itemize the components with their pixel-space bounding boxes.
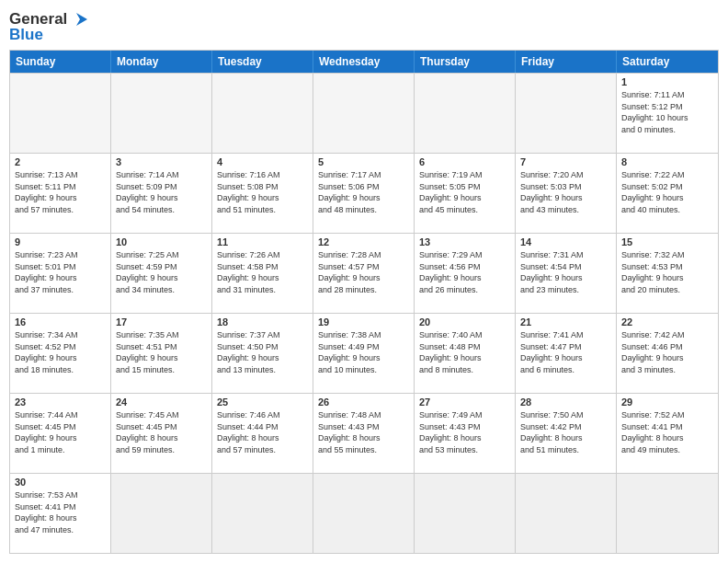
day-number: 25 (217, 396, 308, 408)
calendar-cell (313, 474, 415, 553)
calendar-cell (516, 474, 617, 553)
cell-info: Sunrise: 7:38 AM Sunset: 4:49 PM Dayligh… (318, 329, 409, 375)
calendar-cell: 7Sunrise: 7:20 AM Sunset: 5:03 PM Daylig… (516, 154, 617, 233)
calendar-cell: 19Sunrise: 7:38 AM Sunset: 4:49 PM Dayli… (313, 314, 415, 393)
calendar-cell: 28Sunrise: 7:50 AM Sunset: 4:42 PM Dayli… (516, 394, 617, 473)
calendar-row: 1Sunrise: 7:11 AM Sunset: 5:12 PM Daylig… (10, 73, 718, 153)
day-number: 13 (419, 236, 510, 247)
cell-info: Sunrise: 7:32 AM Sunset: 4:53 PM Dayligh… (621, 249, 713, 295)
day-number: 30 (15, 477, 106, 488)
cell-info: Sunrise: 7:46 AM Sunset: 4:44 PM Dayligh… (217, 409, 308, 455)
calendar-cell: 27Sunrise: 7:49 AM Sunset: 4:43 PM Dayli… (415, 394, 516, 473)
cell-info: Sunrise: 7:22 AM Sunset: 5:02 PM Dayligh… (621, 169, 713, 215)
calendar-cell (212, 74, 313, 153)
calendar-cell (313, 74, 415, 153)
weekday-header: Friday (516, 51, 617, 73)
calendar-cell: 1Sunrise: 7:11 AM Sunset: 5:12 PM Daylig… (617, 74, 718, 153)
day-number: 18 (217, 316, 308, 327)
cell-info: Sunrise: 7:17 AM Sunset: 5:06 PM Dayligh… (318, 169, 409, 215)
day-number: 20 (419, 316, 510, 327)
calendar-body: 1Sunrise: 7:11 AM Sunset: 5:12 PM Daylig… (10, 73, 718, 553)
calendar-cell (617, 474, 718, 553)
calendar-cell: 4Sunrise: 7:16 AM Sunset: 5:08 PM Daylig… (212, 154, 313, 233)
cell-info: Sunrise: 7:34 AM Sunset: 4:52 PM Dayligh… (15, 329, 106, 375)
calendar-cell: 2Sunrise: 7:13 AM Sunset: 5:11 PM Daylig… (10, 154, 111, 233)
day-number: 17 (116, 316, 207, 327)
calendar-cell: 6Sunrise: 7:19 AM Sunset: 5:05 PM Daylig… (415, 154, 516, 233)
logo: General Blue (9, 9, 89, 44)
calendar-row: 30Sunrise: 7:53 AM Sunset: 4:41 PM Dayli… (10, 473, 718, 553)
day-number: 10 (116, 236, 207, 247)
cell-info: Sunrise: 7:29 AM Sunset: 4:56 PM Dayligh… (419, 249, 510, 295)
day-number: 16 (15, 316, 106, 327)
cell-info: Sunrise: 7:52 AM Sunset: 4:41 PM Dayligh… (621, 409, 713, 455)
cell-info: Sunrise: 7:42 AM Sunset: 4:46 PM Dayligh… (621, 329, 713, 375)
cell-info: Sunrise: 7:20 AM Sunset: 5:03 PM Dayligh… (520, 169, 611, 215)
day-number: 5 (318, 156, 409, 167)
day-number: 7 (520, 156, 611, 167)
day-number: 26 (318, 396, 409, 408)
calendar-cell: 23Sunrise: 7:44 AM Sunset: 4:45 PM Dayli… (10, 394, 111, 473)
calendar-cell: 15Sunrise: 7:32 AM Sunset: 4:53 PM Dayli… (617, 234, 718, 313)
calendar-header: SundayMondayTuesdayWednesdayThursdayFrid… (10, 51, 718, 73)
cell-info: Sunrise: 7:41 AM Sunset: 4:47 PM Dayligh… (520, 329, 611, 375)
calendar-cell: 30Sunrise: 7:53 AM Sunset: 4:41 PM Dayli… (10, 474, 111, 553)
cell-info: Sunrise: 7:13 AM Sunset: 5:11 PM Dayligh… (15, 169, 106, 215)
day-number: 27 (419, 396, 510, 408)
day-number: 4 (217, 156, 308, 167)
cell-info: Sunrise: 7:45 AM Sunset: 4:45 PM Dayligh… (116, 409, 207, 455)
weekday-header: Monday (111, 51, 212, 73)
calendar-cell: 18Sunrise: 7:37 AM Sunset: 4:50 PM Dayli… (212, 314, 313, 393)
cell-info: Sunrise: 7:25 AM Sunset: 4:59 PM Dayligh… (116, 249, 207, 295)
day-number: 6 (419, 156, 510, 167)
calendar-cell: 12Sunrise: 7:28 AM Sunset: 4:57 PM Dayli… (313, 234, 415, 313)
day-number: 21 (520, 316, 611, 327)
weekday-header: Wednesday (313, 51, 415, 73)
cell-info: Sunrise: 7:16 AM Sunset: 5:08 PM Dayligh… (217, 169, 308, 215)
calendar-cell: 25Sunrise: 7:46 AM Sunset: 4:44 PM Dayli… (212, 394, 313, 473)
day-number: 12 (318, 236, 409, 247)
weekday-header: Tuesday (212, 51, 313, 73)
calendar-row: 23Sunrise: 7:44 AM Sunset: 4:45 PM Dayli… (10, 393, 718, 473)
calendar: SundayMondayTuesdayWednesdayThursdayFrid… (9, 50, 719, 554)
day-number: 3 (116, 156, 207, 167)
calendar-cell (516, 74, 617, 153)
weekday-header: Saturday (617, 51, 718, 73)
calendar-cell: 20Sunrise: 7:40 AM Sunset: 4:48 PM Dayli… (415, 314, 516, 393)
day-number: 23 (15, 396, 106, 408)
calendar-cell: 8Sunrise: 7:22 AM Sunset: 5:02 PM Daylig… (617, 154, 718, 233)
calendar-cell: 5Sunrise: 7:17 AM Sunset: 5:06 PM Daylig… (313, 154, 415, 233)
calendar-cell: 22Sunrise: 7:42 AM Sunset: 4:46 PM Dayli… (617, 314, 718, 393)
cell-info: Sunrise: 7:49 AM Sunset: 4:43 PM Dayligh… (419, 409, 510, 455)
calendar-row: 16Sunrise: 7:34 AM Sunset: 4:52 PM Dayli… (10, 313, 718, 393)
day-number: 8 (621, 156, 713, 167)
cell-info: Sunrise: 7:44 AM Sunset: 4:45 PM Dayligh… (15, 409, 106, 455)
calendar-cell (111, 74, 212, 153)
day-number: 9 (15, 236, 106, 247)
calendar-row: 2Sunrise: 7:13 AM Sunset: 5:11 PM Daylig… (10, 153, 718, 233)
day-number: 2 (15, 156, 106, 167)
calendar-row: 9Sunrise: 7:23 AM Sunset: 5:01 PM Daylig… (10, 233, 718, 313)
day-number: 22 (621, 316, 713, 327)
calendar-cell: 26Sunrise: 7:48 AM Sunset: 4:43 PM Dayli… (313, 394, 415, 473)
cell-info: Sunrise: 7:11 AM Sunset: 5:12 PM Dayligh… (621, 89, 713, 135)
cell-info: Sunrise: 7:31 AM Sunset: 4:54 PM Dayligh… (520, 249, 611, 295)
calendar-cell: 10Sunrise: 7:25 AM Sunset: 4:59 PM Dayli… (111, 234, 212, 313)
cell-info: Sunrise: 7:23 AM Sunset: 5:01 PM Dayligh… (15, 249, 106, 295)
calendar-cell: 13Sunrise: 7:29 AM Sunset: 4:56 PM Dayli… (415, 234, 516, 313)
calendar-cell: 11Sunrise: 7:26 AM Sunset: 4:58 PM Dayli… (212, 234, 313, 313)
cell-info: Sunrise: 7:37 AM Sunset: 4:50 PM Dayligh… (217, 329, 308, 375)
weekday-header: Sunday (10, 51, 111, 73)
cell-info: Sunrise: 7:53 AM Sunset: 4:41 PM Dayligh… (15, 489, 106, 535)
calendar-cell: 16Sunrise: 7:34 AM Sunset: 4:52 PM Dayli… (10, 314, 111, 393)
calendar-cell: 21Sunrise: 7:41 AM Sunset: 4:47 PM Dayli… (516, 314, 617, 393)
logo-blue: Blue (9, 26, 43, 44)
logo-icon (69, 9, 89, 29)
day-number: 28 (520, 396, 611, 408)
calendar-cell (111, 474, 212, 553)
day-number: 29 (621, 396, 713, 408)
cell-info: Sunrise: 7:35 AM Sunset: 4:51 PM Dayligh… (116, 329, 207, 375)
day-number: 14 (520, 236, 611, 247)
calendar-cell (415, 74, 516, 153)
weekday-header: Thursday (415, 51, 516, 73)
